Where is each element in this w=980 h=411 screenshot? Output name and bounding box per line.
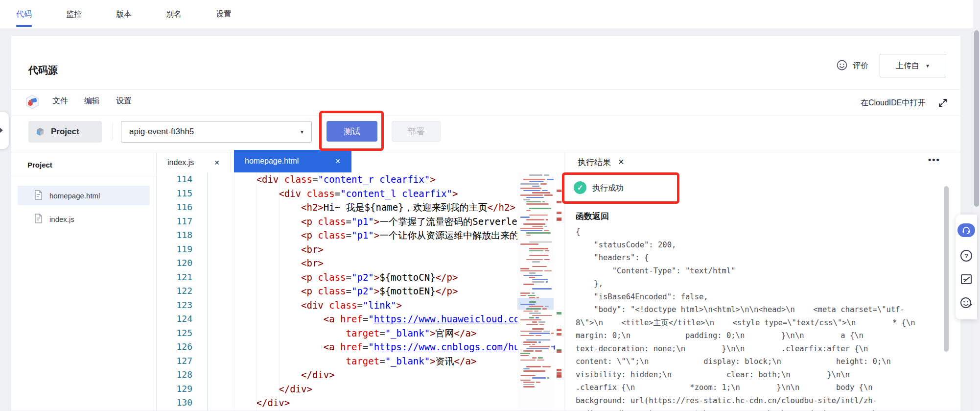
smiley-rate-icon[interactable] bbox=[836, 59, 848, 71]
ruler-mark bbox=[557, 190, 561, 192]
editor-tab-index.js[interactable]: index.js✕ bbox=[157, 152, 231, 172]
menu-item-1[interactable]: 编辑 bbox=[84, 96, 100, 106]
minimap-line bbox=[526, 235, 531, 236]
nav-tab-2[interactable]: 版本 bbox=[116, 0, 132, 28]
file-item-homepage.html[interactable]: homepage.html bbox=[18, 186, 150, 205]
editor-menubar: 文件编辑设置 bbox=[52, 96, 132, 106]
test-button[interactable]: 测试 bbox=[327, 121, 377, 142]
result-panel-title: 执行结果 bbox=[578, 157, 611, 168]
result-scrollbar-thumb[interactable] bbox=[944, 186, 949, 352]
minimap-line bbox=[529, 242, 552, 243]
code-editor[interactable]: 114 <div class="content_r clearfix">115 … bbox=[157, 172, 564, 411]
page-scrollbar-thumb[interactable] bbox=[974, 30, 979, 207]
nav-tab-1[interactable]: 监控 bbox=[66, 0, 82, 28]
line-number: 121 bbox=[157, 270, 196, 285]
ruler-mark bbox=[557, 329, 561, 331]
minimap-line bbox=[529, 306, 543, 307]
minimap-line bbox=[529, 248, 548, 249]
line-content: <p class="p2">${mottoEN}</p> bbox=[196, 284, 458, 298]
minimap-line bbox=[537, 297, 538, 298]
minimap-line bbox=[532, 186, 539, 187]
minimap-line bbox=[543, 331, 550, 332]
ruler-mark bbox=[557, 375, 561, 377]
minimap-line bbox=[520, 355, 529, 357]
fullscreen-expand-icon[interactable] bbox=[938, 98, 948, 108]
sidebar-collapse-handle[interactable] bbox=[0, 112, 9, 149]
line-number: 118 bbox=[157, 228, 196, 242]
close-icon[interactable]: ✕ bbox=[335, 157, 341, 165]
line-number: 128 bbox=[157, 368, 196, 382]
minimap-line bbox=[532, 279, 548, 281]
nav-tab-0[interactable]: 代码 bbox=[16, 0, 32, 28]
more-menu-icon[interactable]: ••• bbox=[928, 155, 940, 165]
menu-item-2[interactable]: 设置 bbox=[116, 96, 132, 106]
minimap-line bbox=[529, 277, 535, 278]
project-button[interactable]: Project bbox=[28, 121, 102, 143]
editor-minimap[interactable] bbox=[517, 172, 554, 411]
line-number: 124 bbox=[157, 312, 196, 326]
minimap-line bbox=[532, 261, 540, 263]
file-explorer: Project homepage.htmlindex.js bbox=[11, 152, 157, 411]
satisfaction-smiley-icon[interactable] bbox=[959, 296, 973, 310]
line-content: target="_blank">资讯</a> bbox=[196, 354, 476, 368]
function-code-page: 代码监控版本别名设置 代码源 评价 上传自 ▼ 文件编辑设置 在CloudIDE… bbox=[0, 0, 980, 411]
feedback-note-icon[interactable] bbox=[959, 272, 973, 286]
minimap-line bbox=[523, 199, 530, 200]
nav-tab-3[interactable]: 别名 bbox=[166, 0, 182, 28]
minimap-line bbox=[532, 321, 537, 323]
code-line-124: 124 <a href="https://www.huaweicloud.com bbox=[157, 312, 564, 326]
menu-item-0[interactable]: 文件 bbox=[52, 96, 68, 106]
indent-guide bbox=[257, 172, 257, 411]
function-return-json: { "statusCode": 200, "headers": { "Conte… bbox=[576, 225, 940, 411]
minimap-line bbox=[529, 174, 542, 176]
minimap-line bbox=[547, 179, 554, 180]
support-headset-icon[interactable] bbox=[957, 223, 975, 237]
top-tab-bar: 代码监控版本别名设置 bbox=[0, 0, 980, 29]
minimap-line bbox=[532, 292, 535, 294]
minimap-line bbox=[523, 350, 534, 352]
project-button-label: Project bbox=[51, 127, 79, 137]
line-number: 126 bbox=[157, 340, 196, 354]
minimap-line bbox=[526, 308, 541, 310]
json-line-2: "headers": { bbox=[576, 251, 940, 265]
rate-link[interactable]: 评价 bbox=[853, 61, 868, 71]
indent-guide bbox=[279, 172, 280, 411]
function-select[interactable]: apig-event-ft3hh5 ▼ bbox=[121, 121, 312, 143]
floating-support-toolbar: ? bbox=[956, 215, 977, 319]
minimap-line bbox=[538, 321, 545, 323]
line-content: <br> bbox=[196, 242, 324, 257]
code-line-115: 115 <div class="content_l clearfix"> bbox=[157, 187, 564, 201]
minimap-line bbox=[523, 275, 542, 276]
minimap-line bbox=[526, 201, 541, 203]
minimap-line bbox=[528, 295, 536, 296]
nav-tab-4[interactable]: 设置 bbox=[216, 0, 232, 28]
json-line-11: visibility: hidden;\n clear: both;\n }\n… bbox=[576, 368, 940, 382]
open-in-cloudide-link[interactable]: 在CloudIDE中打开 bbox=[861, 98, 925, 108]
code-line-123: 123 <div class="link"> bbox=[157, 298, 564, 313]
minimap-line bbox=[523, 386, 535, 387]
minimap-line bbox=[523, 284, 534, 285]
close-icon[interactable]: ✕ bbox=[618, 157, 624, 167]
code-line-127: 127 target="_blank">资讯</a> bbox=[157, 354, 564, 368]
ruler-mark bbox=[557, 369, 561, 371]
close-icon[interactable]: ✕ bbox=[214, 159, 220, 167]
page-title: 代码源 bbox=[28, 64, 58, 77]
divider bbox=[113, 124, 113, 140]
json-line-5: "isBase64Encoded": false, bbox=[576, 290, 940, 304]
minimap-line bbox=[538, 341, 541, 343]
minimap-line bbox=[532, 328, 544, 330]
json-line-13: background: url(https://res-static.hc-cd… bbox=[576, 394, 940, 408]
minimap-line bbox=[544, 270, 552, 272]
minimap-line bbox=[529, 317, 534, 318]
line-number: 120 bbox=[157, 256, 196, 270]
help-question-icon[interactable]: ? bbox=[959, 249, 973, 263]
minimap-line bbox=[529, 272, 536, 274]
editor-tab-homepage.html[interactable]: homepage.html✕ bbox=[234, 150, 351, 172]
file-item-index.js[interactable]: index.js bbox=[18, 209, 150, 229]
line-number: 129 bbox=[157, 382, 196, 396]
minimap-line bbox=[546, 219, 548, 220]
minimap-line bbox=[529, 181, 544, 183]
minimap-line bbox=[520, 268, 529, 269]
upload-from-button[interactable]: 上传自 ▼ bbox=[880, 54, 946, 77]
code-line-130: 130 </div> bbox=[157, 396, 564, 410]
